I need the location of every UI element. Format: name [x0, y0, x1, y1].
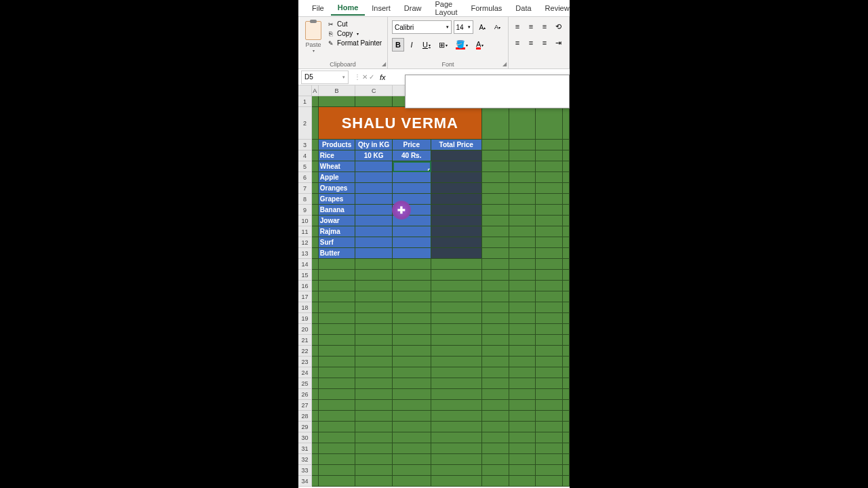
row-header[interactable]: 21: [298, 335, 312, 346]
price-cell[interactable]: [393, 194, 431, 205]
cell[interactable]: [509, 367, 536, 378]
cell[interactable]: [355, 411, 393, 422]
cell[interactable]: [355, 443, 393, 454]
cell[interactable]: [482, 302, 509, 313]
cell[interactable]: [509, 476, 536, 487]
product-cell[interactable]: Rice: [319, 150, 356, 161]
cell[interactable]: [536, 432, 563, 443]
cell[interactable]: [431, 400, 482, 411]
cell[interactable]: [355, 291, 393, 302]
qty-cell[interactable]: [355, 161, 393, 172]
cell[interactable]: [431, 291, 482, 302]
qty-cell[interactable]: [355, 183, 393, 194]
cell[interactable]: [536, 454, 563, 465]
enter-formula-button[interactable]: ✓: [369, 73, 374, 81]
cell[interactable]: [312, 281, 319, 291]
cell[interactable]: [536, 161, 563, 172]
cell[interactable]: [482, 183, 509, 194]
cell[interactable]: [509, 140, 536, 150]
total-cell[interactable]: [431, 150, 482, 161]
tab-file[interactable]: File: [305, 1, 331, 15]
cell[interactable]: [312, 302, 319, 313]
cell[interactable]: [393, 400, 431, 411]
cell[interactable]: [319, 367, 356, 378]
cell[interactable]: [319, 281, 356, 291]
cell[interactable]: [563, 346, 570, 357]
cell[interactable]: [563, 237, 570, 248]
row-header[interactable]: 22: [298, 346, 312, 357]
cell[interactable]: [536, 194, 563, 205]
fx-icon[interactable]: fx: [377, 73, 389, 81]
cell[interactable]: [319, 443, 356, 454]
cell[interactable]: [319, 432, 356, 443]
col-header-b[interactable]: B: [319, 85, 356, 96]
cell[interactable]: [312, 259, 319, 270]
cell[interactable]: [393, 259, 431, 270]
product-cell[interactable]: Rajma: [319, 226, 356, 237]
row-header[interactable]: 8: [298, 194, 312, 205]
price-cell[interactable]: 40 Rs.: [393, 150, 431, 161]
row-header[interactable]: 26: [298, 389, 312, 400]
cell[interactable]: [536, 357, 563, 367]
cell[interactable]: [393, 281, 431, 291]
align-middle-button[interactable]: ≡: [525, 20, 537, 33]
orientation-button[interactable]: ⟲: [552, 20, 565, 33]
cell[interactable]: [482, 367, 509, 378]
align-center-button[interactable]: ≡: [525, 36, 537, 49]
cell[interactable]: [563, 140, 570, 150]
cell[interactable]: [563, 422, 570, 432]
row-header[interactable]: 17: [298, 291, 312, 302]
row-header[interactable]: 2: [298, 107, 312, 140]
cell[interactable]: [431, 357, 482, 367]
cell[interactable]: [509, 302, 536, 313]
cell[interactable]: [509, 324, 536, 335]
cell[interactable]: [482, 465, 509, 476]
format-painter-button[interactable]: ✎Format Painter: [327, 39, 382, 47]
cell[interactable]: [393, 291, 431, 302]
cell[interactable]: [312, 389, 319, 400]
cell[interactable]: [509, 357, 536, 367]
product-cell[interactable]: Wheat: [319, 161, 356, 172]
cell[interactable]: [319, 378, 356, 389]
row-header[interactable]: 24: [298, 367, 312, 378]
cell[interactable]: [355, 465, 393, 476]
cell[interactable]: [312, 291, 319, 302]
row-header[interactable]: 14: [298, 259, 312, 270]
cell[interactable]: [312, 183, 319, 194]
cell[interactable]: [431, 465, 482, 476]
cell[interactable]: [509, 237, 536, 248]
row-header[interactable]: 7: [298, 183, 312, 194]
cell[interactable]: [563, 465, 570, 476]
cell[interactable]: [312, 194, 319, 205]
cell[interactable]: [536, 302, 563, 313]
cell[interactable]: [509, 313, 536, 324]
cell[interactable]: [563, 443, 570, 454]
cell[interactable]: [431, 281, 482, 291]
cell[interactable]: [482, 226, 509, 237]
cell[interactable]: [355, 346, 393, 357]
cell[interactable]: [431, 367, 482, 378]
product-cell[interactable]: Banana: [319, 205, 356, 216]
cell[interactable]: [509, 346, 536, 357]
cell[interactable]: [482, 357, 509, 367]
cell[interactable]: [482, 291, 509, 302]
col-header-c[interactable]: C: [355, 85, 393, 96]
cell[interactable]: [393, 270, 431, 281]
row-header[interactable]: 10: [298, 216, 312, 226]
cell[interactable]: [393, 422, 431, 432]
cell[interactable]: [431, 313, 482, 324]
header-qty[interactable]: Qty in KG: [355, 140, 393, 150]
row-header[interactable]: 34: [298, 476, 312, 487]
total-cell[interactable]: [431, 194, 482, 205]
cell[interactable]: [393, 335, 431, 346]
align-right-button[interactable]: ≡: [538, 36, 551, 49]
cell[interactable]: [431, 432, 482, 443]
cell[interactable]: [536, 346, 563, 357]
cell[interactable]: [393, 389, 431, 400]
cell[interactable]: [393, 357, 431, 367]
cell[interactable]: [509, 161, 536, 172]
cell[interactable]: [536, 140, 563, 150]
cell[interactable]: [393, 432, 431, 443]
cell[interactable]: [482, 150, 509, 161]
product-cell[interactable]: Butter: [319, 248, 356, 259]
